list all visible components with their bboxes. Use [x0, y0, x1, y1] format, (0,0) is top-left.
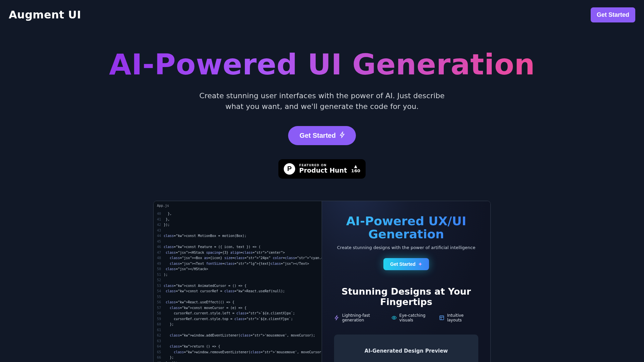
- lightning-icon: [334, 315, 339, 320]
- sparkle-icon: ✦: [418, 261, 422, 267]
- feature-label: Eye-catching visuals: [399, 313, 439, 322]
- get-started-nav-button[interactable]: Get Started: [591, 7, 635, 22]
- feature-item: Intuitive layouts: [439, 313, 478, 322]
- feature-label: Intuitive layouts: [447, 313, 478, 322]
- product-hunt-logo-icon: P: [284, 163, 295, 175]
- hero-title: AI-Powered UI Generation: [109, 48, 535, 81]
- preview-get-started-button[interactable]: Get Started ✦: [383, 258, 429, 270]
- demo-container: App.js 40 },41 },42});43 44class="kw">co…: [153, 201, 491, 362]
- rendered-preview-panel: AI-Powered UX/UIGeneration Create stunni…: [322, 201, 490, 362]
- code-editor-panel: App.js 40 },41 },42});43 44class="kw">co…: [154, 201, 322, 362]
- product-hunt-upvote[interactable]: ▲ 160: [351, 164, 360, 173]
- hero-section: AI-Powered UI Generation Create stunning…: [0, 29, 644, 362]
- preview-cta-label: Get Started: [390, 261, 415, 267]
- brand-logo[interactable]: Augment UI: [9, 8, 81, 21]
- product-hunt-name: Product Hunt: [299, 167, 347, 174]
- feature-item: Eye-catching visuals: [391, 313, 439, 322]
- eye-icon: [391, 315, 397, 320]
- preview-title: AI-Powered UX/UIGeneration: [346, 215, 466, 241]
- svg-rect-1: [440, 316, 444, 320]
- layout-icon: [439, 315, 444, 320]
- code-listing: 40 },41 },42});43 44class="kw">const Mot…: [154, 210, 322, 362]
- preview-features-row: Lightning-fast generation Eye-catching v…: [332, 313, 480, 322]
- top-nav: Augment UI Get Started: [0, 0, 644, 29]
- hero-subtitle: Create stunning user interfaces with the…: [195, 90, 449, 112]
- preview-section-heading: Stunning Designs at Your Fingertips: [332, 286, 480, 307]
- product-hunt-text: FEATURED ON Product Hunt: [299, 164, 347, 174]
- preview-card: AI-Generated Design Preview: [334, 335, 478, 362]
- svg-point-0: [393, 317, 395, 318]
- feature-label: Lightning-fast generation: [342, 313, 391, 322]
- preview-card-label: AI-Generated Design Preview: [365, 348, 448, 354]
- upvote-count: 160: [351, 168, 360, 173]
- lightning-icon: [339, 131, 346, 140]
- feature-item: Lightning-fast generation: [334, 313, 391, 322]
- hero-cta-label: Get Started: [300, 132, 336, 139]
- product-hunt-badge[interactable]: P FEATURED ON Product Hunt ▲ 160: [278, 159, 366, 179]
- get-started-hero-button[interactable]: Get Started: [288, 126, 356, 145]
- preview-subtitle: Create stunning designs with the power o…: [337, 245, 475, 250]
- upvote-icon: ▲: [354, 164, 357, 168]
- editor-tab[interactable]: App.js: [154, 201, 322, 211]
